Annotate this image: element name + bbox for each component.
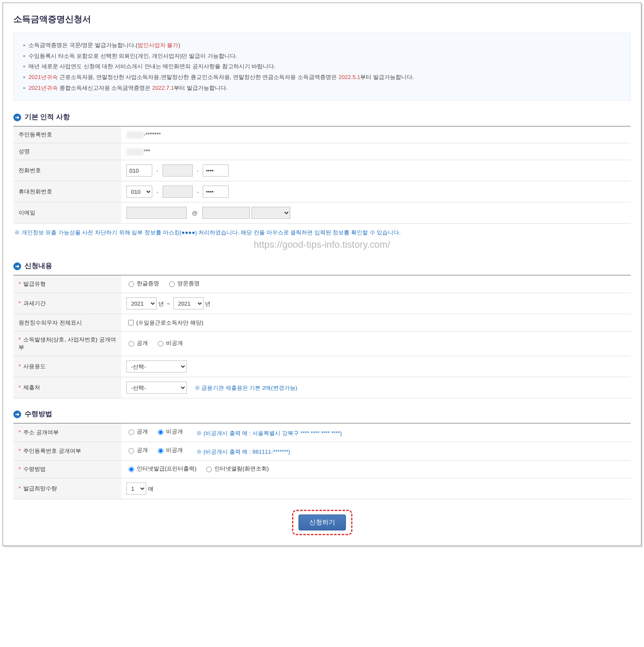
phone2-input[interactable] (163, 164, 193, 177)
submit-to-select[interactable]: -선택- (126, 382, 187, 394)
year-to-select[interactable]: 2021 (173, 297, 204, 309)
label-qty: 발급희망수량 (13, 478, 121, 499)
radio-addr-open[interactable]: 공개 (126, 428, 148, 436)
radio-rrn-open[interactable]: 공개 (126, 446, 148, 454)
label-period: 과세기간 (13, 293, 121, 314)
personal-table: 주민등록번호 -******* 성명 *** 전화번호 - - 휴대전화번호 0… (13, 126, 631, 224)
radio-source-closed[interactable]: 비공개 (156, 339, 183, 347)
radio-type-kor[interactable]: 한글증명 (126, 280, 159, 287)
year-from-select[interactable]: 2021 (126, 297, 157, 309)
submit-to-hint: ※ 금융기관 제출용은 기본 2매(변경가능) (195, 385, 297, 391)
label-name: 성명 (13, 143, 121, 160)
arrow-icon: ➜ (13, 410, 21, 418)
email-id-input[interactable] (126, 207, 187, 219)
arrow-icon: ➜ (13, 114, 21, 121)
label-rrn: 주민등록번호 (13, 126, 121, 143)
email-domain-select[interactable] (251, 207, 290, 219)
receive-table: 주소 공개여부 공개 비공개 ※ (비공개시 출력 예 : 서울특별시 강북구 … (13, 423, 631, 499)
label-purpose: 사용용도 (13, 356, 121, 377)
label-withhold: 원천징수의무자 전체표시 (13, 314, 121, 331)
qty-select[interactable]: 1 (126, 483, 146, 495)
label-type: 발급유형 (13, 275, 121, 293)
notice-item: 2021년귀속 종합소득세신고자용 소득금액증명은 2022.7.1부터 발급가… (23, 83, 621, 94)
value-name: *** (121, 143, 631, 160)
arrow-icon: ➜ (13, 262, 21, 270)
page-title: 소득금액증명신청서 (13, 13, 631, 25)
withhold-checkbox[interactable]: (※일용근로소득자만 해당) (126, 319, 203, 327)
apply-table: 발급유형 한글증명 영문증명 과세기간 2021 년 ~ 2021 년 원천징수… (13, 275, 631, 398)
submit-highlight: 신청하기 (292, 510, 352, 535)
radio-rrn-closed[interactable]: 비공개 (156, 446, 183, 454)
rrn-hint: ※ (비공개시 출력 예 : 881111-*******) (196, 448, 290, 455)
label-source: 소득발생처(상호, 사업자번호) 공개여부 (13, 331, 121, 356)
label-submit-to: 제출처 (13, 377, 121, 398)
section-receive: ➜ 수령방법 (13, 410, 631, 419)
purpose-select[interactable]: -선택- (126, 360, 187, 372)
radio-method-print[interactable]: 인터넷발급(프린터출력) (126, 465, 197, 473)
notice-item: 소득금액증명은 국문/영문 발급가능합니다.(법인사업자 불가) (23, 40, 621, 51)
addr-hint: ※ (비공개시 출력 예 : 서울특별시 강북구 **** **** **** … (196, 430, 342, 436)
submit-button[interactable]: 신청하기 (298, 514, 346, 530)
section-personal: ➜ 기본 인적 사항 (13, 113, 631, 122)
phone3-input[interactable] (203, 164, 229, 177)
radio-source-open[interactable]: 공개 (126, 339, 148, 347)
radio-method-view[interactable]: 인터넷열람(화면조회) (204, 465, 269, 473)
radio-type-eng[interactable]: 영문증명 (167, 280, 200, 287)
mobile1-select[interactable]: 010 (126, 186, 152, 198)
email-domain-input[interactable] (202, 207, 250, 219)
section-apply: ➜ 신청내용 (13, 262, 631, 271)
masking-note: 개인정보 유출 가능성을 사전 차단하기 위해 일부 정보를 마스킹(●●●●)… (14, 229, 631, 237)
notice-item: 수임등록시 타소득 포함으로 선택한 의뢰인(개인, 개인사업자)만 발급이 가… (23, 51, 621, 62)
value-rrn: -******* (121, 126, 631, 143)
notice-box: 소득금액증명은 국문/영문 발급가능합니다.(법인사업자 불가) 수임등록시 타… (13, 33, 631, 101)
label-phone: 전화번호 (13, 160, 121, 181)
phone1-input[interactable] (126, 164, 152, 177)
label-method: 수령방법 (13, 461, 121, 478)
radio-addr-closed[interactable]: 비공개 (156, 428, 183, 436)
label-addr-open: 주소 공개여부 (13, 423, 121, 442)
mobile3-input[interactable] (203, 186, 229, 198)
notice-item: 매년 새로운 사업연도 신청에 대한 서비스개시 안내는 메인화면의 공지사항을… (23, 61, 621, 72)
watermark: https://good-tips-info.tistory.com/ (13, 239, 631, 250)
notice-item: 2021년귀속 근로소득자용, 연말정산한 사업소득자용,연말정산한 종교인소득… (23, 72, 621, 83)
label-rrn-open: 주민등록번호 공개여부 (13, 442, 121, 461)
label-email: 이메일 (13, 202, 121, 224)
mobile2-input[interactable] (163, 186, 193, 198)
label-mobile: 휴대전화번호 (13, 181, 121, 202)
